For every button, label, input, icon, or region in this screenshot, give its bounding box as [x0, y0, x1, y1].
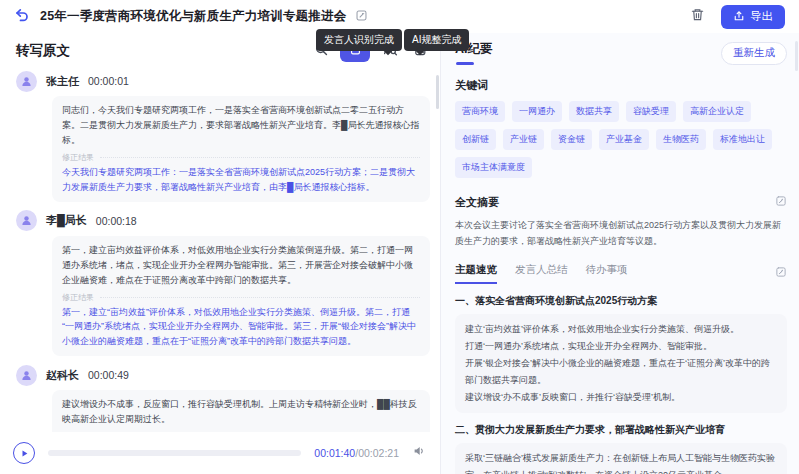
speaker-recognition-tooltip: 发言人识别完成: [316, 29, 402, 51]
regenerate-button[interactable]: 重新生成: [721, 42, 787, 65]
main-content: 转写原文: [0, 33, 799, 474]
summary-edit-button[interactable]: [775, 193, 787, 211]
title-edit-button[interactable]: [355, 8, 368, 26]
segment-header: 赵科长 00:00:49: [16, 364, 430, 386]
back-button[interactable]: [14, 7, 30, 27]
keyword-tag[interactable]: 创新链: [455, 129, 496, 150]
trash-icon: [690, 7, 705, 26]
keyword-tag[interactable]: 生物医药: [656, 129, 706, 150]
minutes-tabs: 主题速览 发言人总结 待办事项: [455, 263, 787, 284]
dotted-divider: [100, 157, 420, 158]
current-time: 00:01:40: [314, 447, 355, 459]
section-heading: 一、落实全省营商环境创新试点2025行动方案: [455, 294, 787, 308]
original-text[interactable]: 建议增设办不成事，反应窗口，推行容缺受理机制。上周走访专精特新企业时，██科技反…: [62, 397, 420, 427]
keyword-tag[interactable]: 营商环境: [455, 101, 505, 122]
segment-timestamp[interactable]: 00:00:49: [88, 369, 129, 381]
segment-header: 张主任 00:00:01: [16, 70, 430, 92]
section-heading: 二、贯彻大力发展新质生产力要求，部署战略性新兴产业培育: [455, 423, 787, 437]
segment-timestamp[interactable]: 00:00:01: [88, 75, 129, 87]
ai-minutes-panel: AI纪要 重新生成 关键词 营商环境 一网通办 数据共享 容缺受理 高新企业认定…: [441, 33, 799, 474]
tabs-edit-button[interactable]: [775, 264, 787, 282]
keyword-tag[interactable]: 标准地出让: [713, 129, 772, 150]
minutes-scrollbar[interactable]: [795, 41, 798, 71]
correction-label: 修正结果: [62, 292, 94, 303]
volume-icon: [412, 444, 426, 462]
keyword-tag[interactable]: 一网通办: [512, 101, 562, 122]
segment-card: 第一，建立亩均效益评价体系，对低效用地企业实行分类施策倒逼升级。第二，打通一网通…: [52, 236, 430, 357]
section-card: 采取‘三链融合’模式发展新质生产力：在创新链上布局人工智能与生物医药实验室，在产…: [455, 443, 787, 474]
speaker-name: 赵科长: [46, 368, 79, 383]
transcript-segment: 李█局长 00:00:18 第一，建立亩均效益评价体系，对低效用地企业实行分类施…: [16, 210, 430, 357]
keyword-tag[interactable]: 市场主体满意度: [455, 157, 532, 178]
section-point: 采取‘三链融合’模式发展新质生产力：在创新链上布局人工智能与生物医药实验室，在产…: [465, 450, 777, 474]
topbar: 25年一季度营商环境优化与新质生产力培训专题推进会 导出: [0, 0, 799, 33]
edit-icon: [355, 8, 368, 26]
transcript-segment: 张主任 00:00:01 同志们，今天我们专题研究两项工作，一是落实全省营商环境…: [16, 70, 430, 202]
export-button[interactable]: 导出: [721, 5, 785, 29]
progress-bar[interactable]: [48, 450, 301, 456]
edit-icon: [775, 193, 787, 211]
correction-divider: 修正结果: [62, 152, 420, 163]
transcript-segments: 张主任 00:00:01 同志们，今天我们专题研究两项工作，一是落实全省营商环境…: [0, 70, 440, 474]
keyword-tag[interactable]: 数据共享: [569, 101, 619, 122]
section-card: 建立‘亩均效益’评价体系，对低效用地企业实行分类施策、倒逼升级。 打通‘一网通办…: [455, 314, 787, 413]
delete-button[interactable]: [690, 7, 705, 26]
speaker-name: 张主任: [46, 74, 79, 89]
segment-header: 李█局长 00:00:18: [16, 210, 430, 232]
page-title: 25年一季度营商环境优化与新质生产力培训专题推进会: [40, 8, 346, 25]
correction-label: 修正结果: [62, 152, 94, 163]
avatar: [16, 365, 37, 386]
playback-time: 00:01:40/00:02:21: [314, 447, 399, 459]
section-point: 建立‘亩均效益’评价体系，对低效用地企业实行分类施策、倒逼升级。: [465, 321, 777, 338]
transcript-title: 转写原文: [16, 42, 70, 60]
dotted-divider: [100, 297, 420, 298]
edit-icon: [775, 264, 787, 282]
back-icon: [14, 7, 30, 27]
keyword-tag[interactable]: 资金链: [551, 129, 592, 150]
correction-divider: 修正结果: [62, 292, 420, 303]
keyword-tag[interactable]: 产业基金: [599, 129, 649, 150]
play-icon: [20, 444, 29, 462]
audio-player: 00:01:40/00:02:21: [0, 432, 439, 474]
export-label: 导出: [750, 9, 773, 24]
volume-button[interactable]: [412, 444, 426, 462]
tab-topic-overview[interactable]: 主题速览: [455, 263, 497, 284]
keywords-label: 关键词: [455, 78, 787, 93]
section-point: 建议增设‘办不成事’反映窗口，并推行‘容缺受理’机制。: [465, 389, 777, 406]
transcript-panel: 转写原文: [0, 33, 441, 474]
ai-format-tooltip: AI规整完成: [404, 29, 469, 51]
transcript-scrollbar[interactable]: [436, 75, 439, 109]
corrected-text[interactable]: 第一，建立“亩均效益”评价体系，对低效用地企业实行分类施策、倒逼升级。第二，打通…: [62, 305, 420, 350]
minutes-header: AI纪要 重新生成: [455, 41, 787, 65]
original-text[interactable]: 第一，建立亩均效益评价体系，对低效用地企业实行分类施策倒逼升级。第二，打通一网通…: [62, 243, 420, 288]
keyword-tag[interactable]: 产业链: [503, 129, 544, 150]
corrected-text[interactable]: 今天我们专题研究两项工作：一是落实全省营商环境创新试点2025行动方案；二是贯彻…: [62, 165, 420, 195]
summary-label: 全文摘要: [455, 195, 499, 210]
segment-card: 同志们，今天我们专题研究两项工作，一是落实全省营商环境创新试点二零二五行动方案。…: [52, 96, 430, 202]
segment-timestamp[interactable]: 00:00:18: [96, 215, 137, 227]
speaker-name: 李█局长: [46, 213, 87, 228]
keyword-tag[interactable]: 容缺受理: [626, 101, 676, 122]
keyword-tag[interactable]: 高新企业认定: [683, 101, 751, 122]
play-button[interactable]: [13, 442, 35, 464]
tab-todo-items[interactable]: 待办事项: [586, 263, 628, 284]
section-point: 打通‘一网通办’系统堵点，实现企业开办全程网办、智能审批。: [465, 338, 777, 355]
meeting-transcript-app: 25年一季度营商环境优化与新质生产力培训专题推进会 导出: [0, 0, 799, 474]
summary-header: 全文摘要: [455, 193, 787, 211]
export-icon: [733, 10, 745, 24]
avatar: [16, 210, 37, 231]
section-point: 开展‘银企对接会’解决中小微企业的融资难题，重点在于‘证照分离’改革中的跨部门数…: [465, 355, 777, 389]
original-text[interactable]: 同志们，今天我们专题研究两项工作，一是落实全省营商环境创新试点二零二五行动方案。…: [62, 103, 420, 148]
avatar: [16, 71, 37, 92]
total-time: 00:02:21: [358, 447, 399, 459]
keyword-tags: 营商环境 一网通办 数据共享 容缺受理 高新企业认定 创新链 产业链 资金链 产…: [455, 101, 787, 178]
tab-speaker-summary[interactable]: 发言人总结: [515, 263, 568, 284]
summary-text: 本次会议主要讨论了落实全省营商环境创新试点2025行动方案以及贯彻大力发展新质生…: [455, 218, 787, 250]
